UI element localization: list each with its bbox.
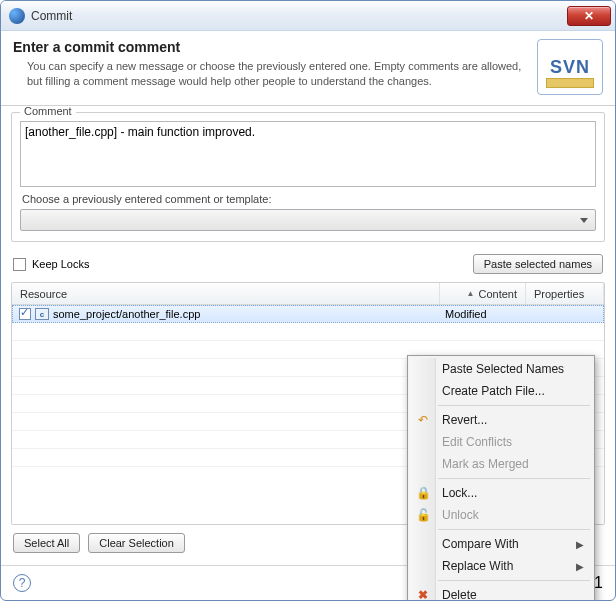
svn-logo-icon: SVN <box>537 39 603 95</box>
context-menu: Paste Selected Names Create Patch File..… <box>407 355 595 601</box>
menu-edit-conflicts: Edit Conflicts <box>410 431 592 453</box>
col-content[interactable]: ▲ Content <box>440 283 526 304</box>
lock-icon: 🔒 <box>415 485 431 501</box>
window-title: Commit <box>31 9 567 23</box>
comment-textarea[interactable] <box>20 121 596 187</box>
checkbox-icon <box>13 258 26 271</box>
menu-lock[interactable]: 🔒 Lock... <box>410 482 592 504</box>
table-row[interactable]: c some_project/another_file.cpp Modified <box>12 305 604 323</box>
prev-comment-dropdown[interactable] <box>20 209 596 231</box>
menu-revert[interactable]: ↶ Revert... <box>410 409 592 431</box>
cpp-file-icon: c <box>35 308 49 320</box>
menu-replace-with[interactable]: Replace With▶ <box>410 555 592 577</box>
select-all-button[interactable]: Select All <box>13 533 80 553</box>
col-resource[interactable]: Resource <box>12 283 440 304</box>
paste-selected-names-button[interactable]: Paste selected names <box>473 254 603 274</box>
menu-compare-with[interactable]: Compare With▶ <box>410 533 592 555</box>
menu-mark-merged: Mark as Merged <box>410 453 592 475</box>
selected-count: 1 <box>594 574 603 592</box>
menu-unlock: 🔓 Unlock <box>410 504 592 526</box>
keep-locks-checkbox[interactable]: Keep Locks <box>13 258 89 271</box>
titlebar[interactable]: Commit ✕ <box>1 1 615 31</box>
help-icon[interactable]: ? <box>13 574 31 592</box>
menu-delete[interactable]: ✖ Delete <box>410 584 592 601</box>
col-properties[interactable]: Properties <box>526 283 604 304</box>
commit-dialog: Commit ✕ Enter a commit comment You can … <box>0 0 616 601</box>
delete-icon: ✖ <box>415 587 431 601</box>
sort-asc-icon: ▲ <box>467 289 475 298</box>
revert-icon: ↶ <box>415 412 431 428</box>
app-icon <box>9 8 25 24</box>
submenu-arrow-icon: ▶ <box>576 561 584 572</box>
unlock-icon: 🔓 <box>415 507 431 523</box>
header-description: You can specify a new message or choose … <box>27 59 529 89</box>
comment-group: Comment Choose a previously entered comm… <box>11 112 605 242</box>
menu-create-patch[interactable]: Create Patch File... <box>410 380 592 402</box>
close-button[interactable]: ✕ <box>567 6 611 26</box>
row-checkbox[interactable] <box>19 308 31 320</box>
table-header: Resource ▲ Content Properties <box>12 283 604 305</box>
row-content-status: Modified <box>439 308 525 320</box>
clear-selection-button[interactable]: Clear Selection <box>88 533 185 553</box>
menu-paste-names[interactable]: Paste Selected Names <box>410 358 592 380</box>
comment-legend: Comment <box>20 106 76 117</box>
prev-comment-label: Choose a previously entered comment or t… <box>22 193 596 205</box>
submenu-arrow-icon: ▶ <box>576 539 584 550</box>
file-path: some_project/another_file.cpp <box>53 308 200 320</box>
header-title: Enter a commit comment <box>13 39 529 55</box>
dialog-header: Enter a commit comment You can specify a… <box>1 31 615 106</box>
